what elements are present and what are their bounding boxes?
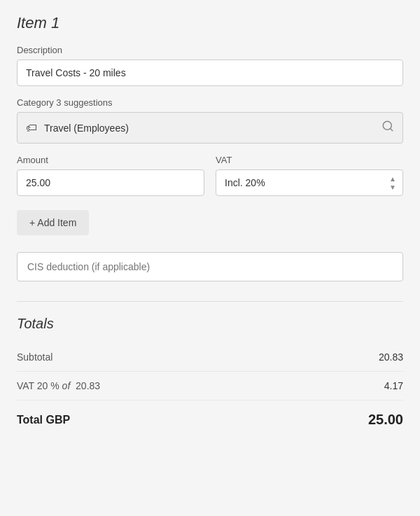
svg-line-1 [390,128,392,130]
totals-section: Subtotal 20.83 VAT 20 % of 20.83 4.17 To… [17,343,403,436]
vat-label: VAT [216,155,403,165]
amount-input[interactable] [17,169,204,196]
vat-select-wrapper: No VAT Exempt Zero Rated Incl. 20% Excl.… [216,169,403,196]
vat-select[interactable]: No VAT Exempt Zero Rated Incl. 20% Excl.… [216,169,403,196]
totals-title: Totals [17,316,403,332]
item-section: Item 1 Description Category 3 suggestion… [17,14,403,436]
total-value: 25.00 [368,412,403,428]
vat-row-value: 4.17 [384,380,403,391]
subtotal-row: Subtotal 20.83 [17,343,403,372]
description-label: Description [17,45,403,55]
subtotal-value: 20.83 [379,351,403,363]
subtotal-label: Subtotal [17,351,52,363]
total-label: Total GBP [17,414,70,426]
category-group: Category 3 suggestions 🏷 Travel (Employe… [17,97,403,144]
item-title: Item 1 [17,14,403,32]
cis-input[interactable] [17,252,403,281]
vat-row: VAT 20 % of 20.83 4.17 [17,372,403,400]
amount-vat-row: Amount VAT No VAT Exempt Zero Rated Incl… [17,155,403,196]
category-selector[interactable]: 🏷 Travel (Employees) [17,112,403,144]
add-item-button[interactable]: + Add Item [17,210,89,235]
tag-icon: 🏷 [26,122,37,134]
search-icon [382,120,394,136]
description-input[interactable] [17,60,403,86]
amount-group: Amount [17,155,204,196]
total-row: Total GBP 25.00 [17,400,403,436]
category-label: Category 3 suggestions [17,97,403,108]
category-value: Travel (Employees) [44,123,129,134]
description-group: Description [17,45,403,86]
divider [17,301,403,302]
vat-row-label: VAT 20 % of 20.83 [17,380,100,391]
amount-label: Amount [17,155,204,165]
vat-group: VAT No VAT Exempt Zero Rated Incl. 20% E… [216,155,403,196]
